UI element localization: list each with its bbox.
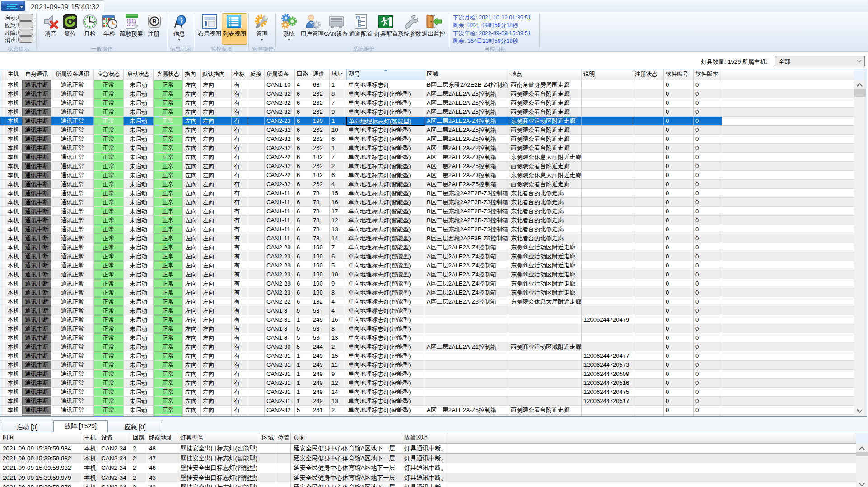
svg-text:R: R — [152, 18, 157, 25]
